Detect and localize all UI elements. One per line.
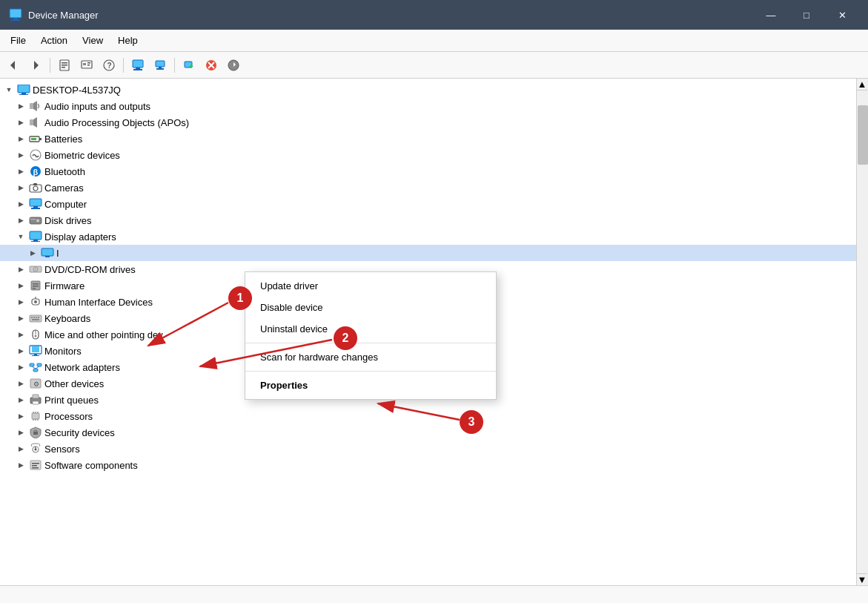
- tree-item-audio[interactable]: ▶Audio inputs and outputs: [0, 98, 856, 114]
- svg-rect-33: [30, 119, 33, 125]
- expand-hid[interactable]: ▶: [15, 296, 27, 308]
- expand-display-sub[interactable]: ▶: [27, 247, 39, 259]
- svg-line-81: [32, 366, 36, 369]
- icon-biometric: [29, 148, 42, 162]
- tree-item-display-sub[interactable]: ▶I: [0, 245, 856, 261]
- tree-item-cameras[interactable]: ▶Cameras: [0, 179, 856, 196]
- scroll-up[interactable]: ▲: [857, 79, 867, 90]
- label-mice: Mice and other pointing dev: [44, 329, 163, 340]
- expand-root[interactable]: ▼: [3, 84, 15, 96]
- tree-item-proc[interactable]: ▶Processors: [0, 408, 856, 424]
- expand-print[interactable]: ▶: [15, 394, 27, 406]
- svg-rect-50: [30, 231, 42, 240]
- menu-view[interactable]: View: [75, 32, 110, 49]
- scroll-down[interactable]: ▼: [857, 573, 867, 585]
- close-button[interactable]: ✕: [825, 3, 859, 27]
- svg-rect-65: [30, 315, 42, 322]
- tree-item-sensors[interactable]: ▶Sensors: [0, 441, 856, 457]
- svg-rect-1: [13, 18, 18, 19]
- ctx-sep-1: [245, 343, 496, 343]
- tree-item-bluetooth[interactable]: ▶βBluetooth: [0, 163, 856, 179]
- tree-item-biometric[interactable]: ▶Biometric devices: [0, 147, 856, 163]
- expand-firmware[interactable]: ▶: [15, 280, 27, 291]
- tree-item-apo[interactable]: ▶Audio Processing Objects (APOs): [0, 114, 856, 131]
- ctx-update-driver[interactable]: Update driver: [245, 275, 496, 297]
- add-driver-button[interactable]: +: [179, 56, 199, 75]
- label-keyboards: Keyboards: [44, 313, 90, 324]
- expand-mice[interactable]: ▶: [15, 329, 27, 340]
- expand-security[interactable]: ▶: [15, 426, 27, 438]
- expand-other[interactable]: ▶: [15, 378, 27, 389]
- svg-rect-53: [42, 248, 53, 256]
- svg-point-63: [34, 300, 37, 303]
- menu-help[interactable]: Help: [110, 32, 145, 49]
- ctx-scan-hardware[interactable]: Scan for hardware changes: [245, 346, 496, 368]
- update-driver-toolbar-button[interactable]: [223, 56, 244, 75]
- driver-button[interactable]: [76, 56, 97, 75]
- expand-proc[interactable]: ▶: [15, 410, 27, 422]
- svg-rect-80: [33, 369, 38, 372]
- expand-display[interactable]: ▼: [15, 231, 27, 243]
- icon-firmware: [29, 279, 42, 292]
- svg-rect-54: [45, 256, 50, 257]
- expand-sensors[interactable]: ▶: [15, 443, 27, 455]
- svg-text:β: β: [33, 168, 39, 177]
- expand-dvd[interactable]: ▶: [15, 263, 27, 275]
- label-display: Display adapters: [44, 231, 116, 243]
- tree-item-software[interactable]: ▶Software components: [0, 457, 856, 473]
- status-bar: [0, 585, 868, 603]
- tree-root[interactable]: ▼ DESKTOP-4L537JQ: [0, 82, 856, 98]
- svg-point-48: [36, 220, 39, 223]
- maximize-button[interactable]: □: [789, 3, 824, 27]
- expand-monitors[interactable]: ▶: [15, 345, 27, 357]
- tree-item-computer[interactable]: ▶Computer: [0, 196, 856, 212]
- label-biometric: Biometric devices: [44, 150, 120, 161]
- icon-print: [29, 393, 42, 406]
- expand-biometric[interactable]: ▶: [15, 149, 27, 161]
- label-firmware: Firmware: [44, 280, 85, 291]
- tree-item-batteries[interactable]: ▶Batteries: [0, 131, 856, 147]
- ctx-properties[interactable]: Properties: [245, 375, 496, 396]
- ctx-uninstall-device[interactable]: Uninstall device: [245, 318, 496, 340]
- tree-item-display[interactable]: ▼Display adapters: [0, 228, 856, 245]
- expand-diskdrives[interactable]: ▶: [15, 214, 27, 226]
- menu-action[interactable]: Action: [33, 32, 75, 49]
- remove-button[interactable]: [201, 56, 222, 75]
- expand-apo[interactable]: ▶: [15, 116, 27, 128]
- expand-computer[interactable]: ▶: [15, 198, 27, 210]
- expand-bluetooth[interactable]: ▶: [15, 165, 27, 177]
- expand-network[interactable]: ▶: [15, 361, 27, 373]
- label-computer: Computer: [44, 199, 87, 210]
- svg-rect-67: [33, 317, 35, 318]
- label-sensors: Sensors: [44, 444, 80, 455]
- svg-rect-15: [133, 60, 143, 67]
- svg-rect-60: [33, 286, 39, 287]
- svg-rect-6: [62, 62, 67, 64]
- ctx-disable-device[interactable]: Disable device: [245, 297, 496, 318]
- expand-batteries[interactable]: ▶: [15, 133, 27, 145]
- computer-button[interactable]: [150, 56, 170, 75]
- scroll-thumb[interactable]: [858, 105, 868, 165]
- help-button[interactable]: ?: [99, 56, 119, 75]
- properties-button[interactable]: [54, 56, 75, 75]
- devmgr-button[interactable]: [127, 56, 148, 75]
- expand-cameras[interactable]: ▶: [15, 182, 27, 194]
- scrollbar[interactable]: ▲ ▼: [856, 79, 868, 585]
- svg-rect-10: [83, 63, 86, 65]
- toolbar-sep-1: [50, 58, 50, 73]
- expand-keyboards[interactable]: ▶: [15, 312, 27, 324]
- icon-software: [29, 458, 42, 472]
- icon-network: [29, 360, 42, 374]
- back-button[interactable]: [3, 56, 24, 75]
- tree-item-diskdrives[interactable]: ▶Disk drives: [0, 212, 856, 228]
- expand-software[interactable]: ▶: [15, 459, 27, 471]
- app-icon: [9, 8, 22, 22]
- menu-file[interactable]: File: [3, 32, 33, 49]
- forward-button[interactable]: [25, 56, 46, 75]
- tree-item-security[interactable]: ▶Security devices: [0, 424, 856, 441]
- svg-rect-44: [30, 199, 42, 206]
- icon-dvd: [29, 263, 42, 276]
- minimize-button[interactable]: —: [754, 3, 788, 27]
- expand-audio[interactable]: ▶: [15, 100, 27, 112]
- label-diskdrives: Disk drives: [44, 215, 92, 226]
